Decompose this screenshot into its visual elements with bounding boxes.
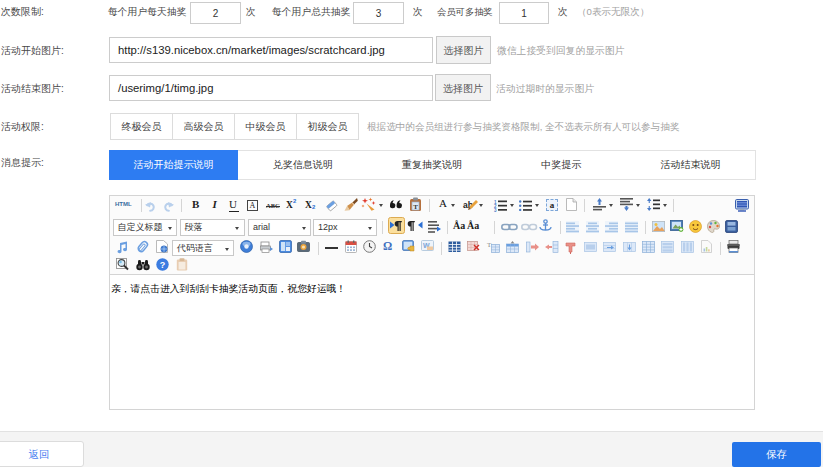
svg-text:?: ? (160, 260, 166, 270)
svg-text:T: T (413, 203, 418, 211)
